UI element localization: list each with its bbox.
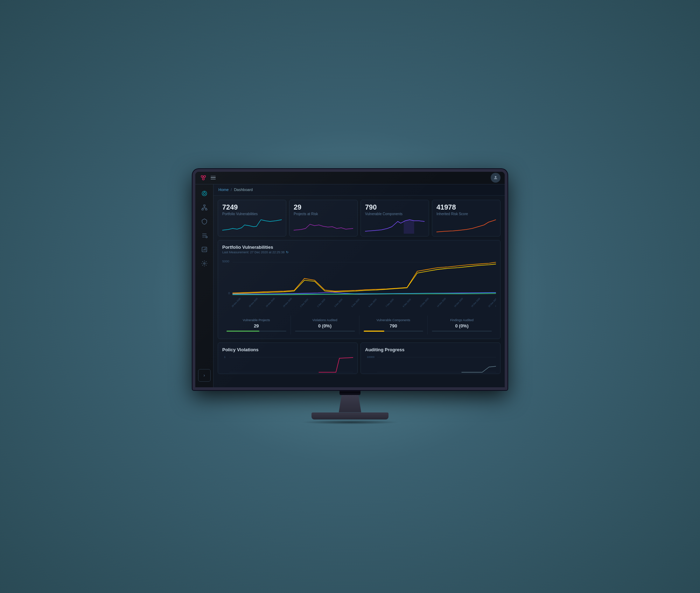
stat-vulnerable-projects: Vulnerable Projects 29 [222, 316, 290, 334]
top-bar [195, 172, 505, 184]
svg-text:28 Nov 2020: 28 Nov 2020 [231, 297, 241, 308]
sidebar-item-org[interactable] [198, 201, 211, 214]
metric-value-components: 790 [365, 204, 425, 211]
svg-text:29 Nov 2020: 29 Nov 2020 [266, 297, 275, 308]
svg-text:3 Dec 2020: 3 Dec 2020 [334, 298, 343, 308]
svg-text:16 Dec 2020: 16 Dec 2020 [454, 297, 463, 308]
svg-text:7 Dec 2020: 7 Dec 2020 [385, 298, 394, 308]
svg-point-2 [202, 178, 204, 180]
portfolio-section: Portfolio Vulnerabilities Last Measureme… [218, 240, 500, 339]
svg-text:28 Nov 2020: 28 Nov 2020 [248, 297, 258, 308]
metric-chart-projects [294, 218, 353, 234]
sidebar-expand-button[interactable]: › [198, 369, 211, 382]
auditing-progress-title: Auditing Progress [365, 347, 496, 352]
monitor-stand-shadow [301, 420, 399, 424]
metric-label-components: Vulnerable Components [365, 212, 425, 216]
dashboard: 7249 Portfolio Vulnerabilities 29 Projec… [214, 196, 505, 378]
svg-text:6 Dec 2020: 6 Dec 2020 [368, 298, 377, 308]
svg-text:10000: 10000 [367, 355, 374, 358]
metric-card-vulnerable-components: 790 Vulnerable Components [360, 200, 429, 237]
policy-violations-title: Policy Violations [222, 347, 353, 352]
user-avatar[interactable] [491, 173, 500, 183]
monitor-stand-neck [336, 395, 364, 412]
stat-value-va: 0 (0%) [295, 323, 355, 329]
stat-label-vp: Vulnerable Projects [226, 318, 286, 322]
refresh-icon[interactable]: ↻ [286, 250, 289, 254]
stat-label-fa: Findings Audited [432, 318, 492, 322]
metric-label-portfolio: Portfolio Vulnerabilities [222, 212, 282, 216]
svg-line-5 [204, 177, 204, 178]
svg-point-6 [203, 192, 205, 195]
svg-text:9 Dec 2020: 9 Dec 2020 [402, 298, 412, 308]
stat-value-vc: 790 [364, 323, 424, 329]
content-area: Home / Dashboard 7249 Portfolio Vulnerab… [214, 184, 505, 387]
stat-bar-va [295, 331, 355, 332]
sidebar-item-settings[interactable] [198, 257, 211, 270]
svg-rect-10 [202, 209, 203, 210]
stat-value-fa: 0 (0%) [432, 323, 492, 329]
svg-point-0 [201, 176, 203, 178]
policy-violations-card: Policy Violations 1 [218, 343, 358, 374]
breadcrumb-current: Dashboard [234, 188, 253, 192]
metric-label-projects: Projects at Risk [294, 212, 353, 216]
metric-value-risk: 41978 [436, 204, 496, 211]
monitor-bezel: › Home / Dashboard [195, 172, 505, 387]
monitor-screen: › Home / Dashboard [192, 169, 507, 390]
metric-card-projects-at-risk: 29 Projects at Risk [289, 200, 358, 237]
main-layout: › Home / Dashboard [195, 184, 505, 387]
svg-text:19 Dec 2020: 19 Dec 2020 [471, 297, 481, 308]
logo-icon [200, 174, 207, 182]
svg-rect-9 [203, 205, 205, 206]
top-bar-left [200, 174, 216, 182]
portfolio-section-title: Portfolio Vulnerabilities [222, 245, 496, 250]
stat-bar-vp [226, 331, 286, 332]
stat-vulnerable-components: Vulnerable Components 790 [359, 316, 428, 334]
stat-label-vc: Vulnerable Components [364, 318, 424, 322]
stat-bar-vc [364, 331, 424, 332]
monitor-stand-base [312, 412, 388, 419]
policy-violations-chart: 1 [222, 353, 353, 374]
metric-chart-components [365, 218, 425, 234]
sidebar-item-vulnerabilities[interactable] [198, 215, 211, 228]
svg-text:2 Dec 2020: 2 Dec 2020 [300, 298, 309, 308]
stat-violations-audited: Violations Audited 0 (0%) [291, 316, 359, 334]
metric-card-inherited-risk: 41978 Inherited Risk Score [432, 200, 500, 237]
svg-marker-22 [404, 220, 414, 234]
metric-chart-risk [436, 218, 496, 234]
hamburger-button[interactable] [211, 176, 216, 180]
portfolio-chart: 0 28 Nov 2020 28 Nov 2020 29 Nov 2020 29… [222, 257, 496, 313]
svg-text:5 Dec 2020: 5 Dec 2020 [351, 298, 360, 308]
sidebar-item-dashboard[interactable] [198, 187, 211, 200]
metric-card-portfolio-vulnerabilities: 7249 Portfolio Vulnerabilities [218, 200, 286, 237]
metric-value-portfolio: 7249 [222, 204, 282, 211]
metrics-row: 7249 Portfolio Vulnerabilities 29 Projec… [218, 200, 500, 237]
svg-text:0: 0 [228, 292, 230, 295]
stat-findings-audited: Findings Audited 0 (0%) [428, 316, 496, 334]
breadcrumb-home[interactable]: Home [218, 188, 229, 192]
chart-y-label-5000: 5000 [222, 260, 229, 263]
bottom-row: Policy Violations 1 Auditing Progress [218, 343, 500, 374]
portfolio-section-subtitle: Last Measurement: 27 Dec 2020 at 22:25:3… [222, 250, 496, 254]
breadcrumb-separator: / [231, 188, 232, 192]
metric-value-projects: 29 [294, 204, 353, 211]
svg-text:29 Nov 2020: 29 Nov 2020 [283, 297, 293, 308]
breadcrumb: Home / Dashboard [214, 184, 505, 196]
svg-rect-11 [205, 209, 207, 210]
stats-row: Vulnerable Projects 29 Violations Audite… [222, 316, 496, 334]
stat-label-va: Violations Audited [295, 318, 355, 322]
stat-bar-fa [432, 331, 492, 332]
monitor-chin [340, 390, 360, 395]
svg-text:14 Dec 2020: 14 Dec 2020 [436, 297, 446, 308]
auditing-progress-chart: 10000 [365, 353, 496, 374]
metric-label-risk: Inherited Risk Score [436, 212, 496, 216]
svg-point-21 [203, 262, 205, 264]
sidebar-item-reports[interactable] [198, 243, 211, 256]
sidebar-item-policy[interactable] [198, 229, 211, 242]
monitor-wrapper: › Home / Dashboard [192, 169, 507, 424]
svg-text:2 Dec 2020: 2 Dec 2020 [317, 298, 326, 308]
metric-chart-portfolio [222, 218, 282, 234]
svg-point-16 [205, 236, 207, 238]
stat-value-vp: 29 [226, 323, 286, 329]
auditing-progress-card: Auditing Progress 10000 [360, 343, 500, 374]
svg-point-1 [204, 176, 206, 178]
